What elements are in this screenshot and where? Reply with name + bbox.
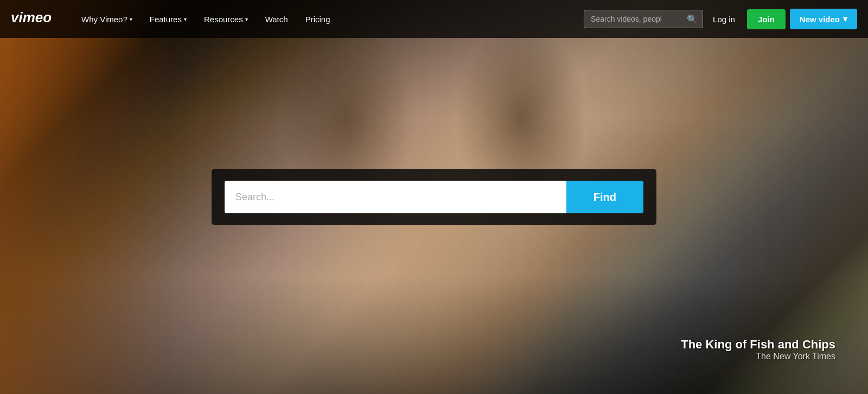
why-vimeo-chevron-icon: ▾ xyxy=(130,16,132,22)
hero-search-box: Find xyxy=(212,169,656,225)
vimeo-logo[interactable]: vimeo xyxy=(11,10,60,28)
video-title: The King of Fish and Chips xyxy=(681,338,835,352)
navbar: vimeo Why Vimeo? ▾ Features ▾ Resources … xyxy=(0,0,868,38)
hero-section: vimeo Why Vimeo? ▾ Features ▾ Resources … xyxy=(0,0,868,394)
hero-search-container: Find xyxy=(212,169,656,225)
features-chevron-icon: ▾ xyxy=(184,16,187,22)
video-source: The New York Times xyxy=(681,352,835,361)
hero-find-button[interactable]: Find xyxy=(566,181,643,213)
nav-links: Why Vimeo? ▾ Features ▾ Resources ▾ Watc… xyxy=(73,0,857,38)
resources-chevron-icon: ▾ xyxy=(245,16,248,22)
new-video-chevron-icon: ▾ xyxy=(843,14,847,24)
new-video-button[interactable]: New video ▾ xyxy=(790,9,857,29)
nav-why-vimeo[interactable]: Why Vimeo? ▾ xyxy=(73,0,141,38)
svg-text:vimeo: vimeo xyxy=(11,10,52,26)
nav-features[interactable]: Features ▾ xyxy=(141,0,195,38)
hero-search-input[interactable] xyxy=(225,181,566,213)
nav-login[interactable]: Log in xyxy=(703,0,745,38)
join-button[interactable]: Join xyxy=(747,9,786,29)
nav-search-input[interactable] xyxy=(584,10,703,28)
video-attribution: The King of Fish and Chips The New York … xyxy=(681,338,835,361)
nav-watch[interactable]: Watch xyxy=(257,0,297,38)
nav-search-bar: 🔍 xyxy=(584,10,703,28)
nav-pricing[interactable]: Pricing xyxy=(297,0,339,38)
nav-resources[interactable]: Resources ▾ xyxy=(195,0,257,38)
nav-search: 🔍 xyxy=(584,10,703,28)
search-icon[interactable]: 🔍 xyxy=(687,14,698,24)
